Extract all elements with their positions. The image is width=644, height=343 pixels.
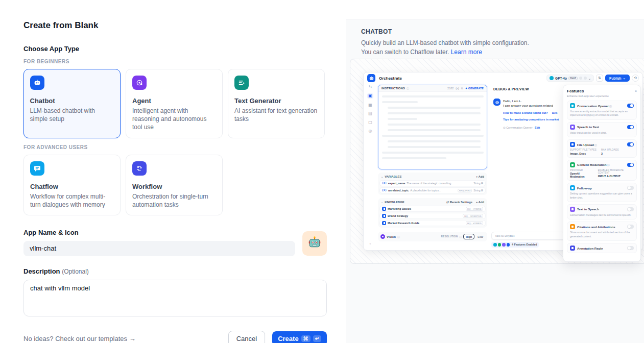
chevron-down-icon: ⌄ [381,175,383,178]
cancel-button[interactable]: Cancel [228,331,265,343]
orchestrate-config-column: INSTRUCTIONS ⓘ 2182 {x} ⧉ ✦ GENERATE [378,85,487,241]
feature-item: Conversation Openerⓘ You are an entity e… [567,101,637,120]
feature-toggle [627,163,634,167]
app-type-card-chatflow[interactable]: Chatflow Workflow for complex multi-turn… [23,155,121,215]
create-from-blank-dialog: Create from Blank Choose App Type FOR BE… [0,0,346,343]
app-name-input[interactable] [23,241,295,256]
info-icon: ⓘ [609,105,612,108]
description-optional-label: (Optional) [62,268,89,275]
app-type-title: Text Generator [234,97,318,105]
features-panel: Features × Enhance web-app user experien… [563,85,641,262]
suggestion-link: How to make a brand stand out? [503,111,548,115]
content-moderation-icon [570,162,575,167]
app-type-card-text-generator[interactable]: Text Generator AI assistant for text gen… [228,69,325,138]
app-icon-picker[interactable] [302,231,327,256]
arrow-right-icon: → [129,335,136,342]
knowledge-row: Market Research Guide HQ · HYBRID [379,220,486,226]
app-type-title: Chatflow [30,183,114,190]
beginners-group-label: FOR BEGINNERS [23,59,326,64]
knowledge-row: Brand Strategy HQ · INVERTED [379,213,486,219]
feature-item: Content Moderationⓘ PROVIDEROpenAI Moder… [567,160,637,181]
app-type-desc: AI assistant for text generation tasks [234,107,318,123]
description-textarea[interactable]: chat with vllm model [23,280,327,316]
feature-toggle [627,186,634,190]
conversation-opener-note: ◎ Conversation Opener Edit [503,126,559,130]
app-type-title: Agent [132,97,216,105]
generate-button: ✦ GENERATE [465,87,484,90]
text-to-speech-icon [570,207,575,212]
instructions-title: INSTRUCTIONS [381,87,405,90]
copy-icon: ⧉ [461,87,463,90]
info-icon: ⓘ [407,87,409,90]
rerank-settings-button: ⇄ Rerank Settings [446,201,472,204]
app-type-desc: LLM-based chatbot with simple setup [30,107,114,123]
app-type-card-workflow[interactable]: Workflow Orchestration for single-turn a… [126,155,223,215]
agent-icon [132,76,147,90]
chatbot-icon [30,76,44,90]
sidebar-image-icon: ▦ [368,103,372,107]
file-upload-icon [570,142,575,147]
citations-icon [570,224,575,229]
advanced-group-label: FOR ADVANCED USERS [23,144,326,150]
description-label: Description (Optional) [23,267,327,275]
feature-dot-icon [502,243,506,247]
resolution-low-button: Low [476,234,485,239]
feature-toggle [627,104,634,108]
document-icon [382,207,386,211]
info-icon: ⓘ [459,235,462,238]
beginner-app-type-cards: Chatbot LLM-based chatbot with simple se… [23,69,326,138]
add-knowledge-button: + Add [476,201,484,204]
info-icon: ⓘ [594,143,597,146]
variable-row: {x} unrelated_topic A placeholder for to… [379,187,486,193]
text-generator-icon [234,76,249,90]
variable-icon: {x} [382,182,387,185]
preview-illustration: Orchestrate GPT-4o CHAT ⌄ ⇅ Publish ⌄ [350,59,644,264]
app-type-card-chatbot[interactable]: Chatbot LLM-based chatbot with simple se… [23,69,121,138]
model-mode-badge: CHAT [568,77,578,80]
sidebar-orchestrate-icon: ▣ [367,93,373,99]
model-name: GPT-4o [555,77,567,80]
page-title: Create from Blank [23,20,326,31]
collapse-icon: ⇆ [369,85,372,89]
workflow-icon [132,161,147,176]
variables-panel: ⌄ VARIABLES + Add {x} expert_name The na… [378,173,487,195]
preview-top-strip [346,0,644,19]
feature-dot-icon [493,243,497,247]
app-type-title: Workflow [132,183,216,190]
sidebar-logs-icon: ▤ [368,112,372,116]
robot-icon [308,236,321,251]
suggestion-link: Tips for analyzing competitors in market [503,117,559,122]
app-type-card-agent[interactable]: Agent Intelligent agent with reasoning a… [126,69,223,138]
app-type-desc: Intelligent agent with reasoning and aut… [132,107,216,132]
preview-description: Quickly build an LLM-based chatbot with … [361,38,539,57]
feature-item: Speech to Text Voice input can be used i… [567,122,637,137]
app-name-label: App Name & Icon [23,229,327,236]
required-badge: REQUIRED [458,189,472,192]
templates-link[interactable]: No ideas? Check out our templates → [23,335,136,342]
variable-row: {x} expert_name The name of the strategi… [379,180,486,186]
chevron-down-icon: ⌄ [588,77,591,80]
learn-more-link[interactable]: Learn more [451,48,482,56]
knowledge-row: Marketing Basics HQ · HYBRID [379,206,486,212]
char-count: 2182 [447,87,454,90]
advanced-app-type-cards: Chatflow Workflow for complex multi-turn… [23,155,326,215]
add-variable-button: + Add [476,175,484,178]
orchestrate-header: Orchestrate GPT-4o CHAT ⌄ ⇅ Publish ⌄ [364,72,642,84]
publish-button: Publish ⌄ [605,75,630,82]
variable-icon: {x} [456,87,459,90]
knowledge-panel: ⌄ KNOWLEDGE ⇄ Rerank Settings + Add Mark… [378,198,487,228]
retrieval-badge: HQ · INVERTED [463,214,483,218]
conversation-opener-icon [570,103,575,108]
cmd-key-icon: ⌘ [301,335,311,342]
chevron-down-icon: ⌄ [381,201,383,204]
feature-item: Follow-up Setting up next questions sugg… [567,183,637,202]
app-type-preview-panel: CHATBOT Quickly build an LLM-based chatb… [346,0,644,343]
create-button[interactable]: Create ⌘ ↵ [272,331,327,343]
chat-input: Talk to DifyBot [491,232,565,240]
app-type-desc: Workflow for complex multi-turn dialogue… [30,192,114,209]
chatflow-icon [30,161,44,176]
feature-toggle [627,142,634,146]
sidebar-settings-icon: ◎ [369,129,372,133]
knowledge-title: KNOWLEDGE [385,201,404,204]
dialog-footer: No ideas? Check out our templates → Canc… [23,331,327,343]
